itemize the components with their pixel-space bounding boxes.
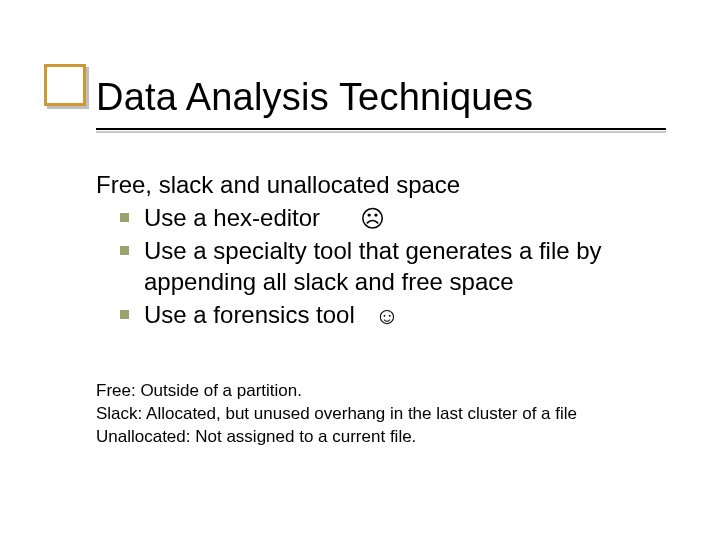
bullet-text: Use a forensics tool bbox=[144, 301, 355, 328]
lead-line: Free, slack and unallocated space bbox=[96, 170, 676, 201]
definition-line: Unallocated: Not assigned to a current f… bbox=[96, 426, 656, 449]
list-item: Use a forensics tool ☺ bbox=[120, 300, 676, 332]
bullet-list: Use a hex-editor ☹ Use a specialty tool … bbox=[120, 203, 676, 332]
slide: Data Analysis Techniques Free, slack and… bbox=[0, 0, 720, 540]
slide-title: Data Analysis Techniques bbox=[96, 76, 533, 119]
accent-square bbox=[44, 64, 86, 106]
smile-icon: ☺ bbox=[375, 302, 400, 329]
bullet-square-icon bbox=[120, 213, 129, 222]
list-item: Use a specialty tool that generates a fi… bbox=[120, 236, 676, 297]
definition-line: Slack: Allocated, but unused overhang in… bbox=[96, 403, 656, 426]
bullet-text: Use a specialty tool that generates a fi… bbox=[144, 237, 602, 295]
bullet-square-icon bbox=[120, 246, 129, 255]
list-item: Use a hex-editor ☹ bbox=[120, 203, 676, 235]
title-underline bbox=[96, 128, 666, 130]
frown-icon: ☹ bbox=[360, 205, 385, 232]
definition-line: Free: Outside of a partition. bbox=[96, 380, 656, 403]
body-text: Free, slack and unallocated space Use a … bbox=[96, 170, 676, 334]
definitions-block: Free: Outside of a partition. Slack: All… bbox=[96, 380, 656, 449]
bullet-square-icon bbox=[120, 310, 129, 319]
bullet-text: Use a hex-editor bbox=[144, 204, 320, 231]
